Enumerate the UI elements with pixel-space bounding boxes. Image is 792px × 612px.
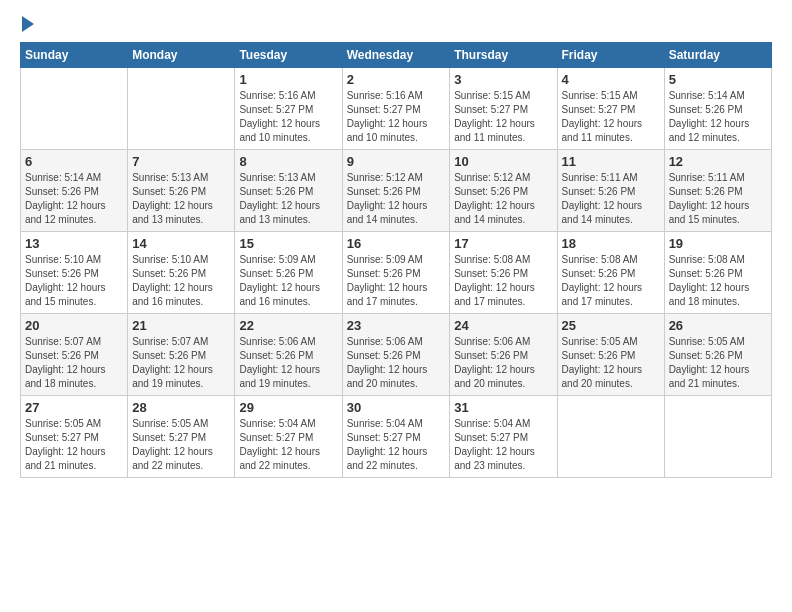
calendar-cell: 18Sunrise: 5:08 AM Sunset: 5:26 PM Dayli… (557, 232, 664, 314)
weekday-header-monday: Monday (128, 43, 235, 68)
day-number: 8 (239, 154, 337, 169)
day-number: 11 (562, 154, 660, 169)
day-info: Sunrise: 5:05 AM Sunset: 5:26 PM Dayligh… (669, 335, 767, 391)
calendar-cell (21, 68, 128, 150)
day-number: 29 (239, 400, 337, 415)
day-number: 1 (239, 72, 337, 87)
day-info: Sunrise: 5:04 AM Sunset: 5:27 PM Dayligh… (239, 417, 337, 473)
calendar-cell: 12Sunrise: 5:11 AM Sunset: 5:26 PM Dayli… (664, 150, 771, 232)
calendar-week-row: 20Sunrise: 5:07 AM Sunset: 5:26 PM Dayli… (21, 314, 772, 396)
day-number: 17 (454, 236, 552, 251)
day-number: 31 (454, 400, 552, 415)
weekday-header-tuesday: Tuesday (235, 43, 342, 68)
day-info: Sunrise: 5:15 AM Sunset: 5:27 PM Dayligh… (562, 89, 660, 145)
day-info: Sunrise: 5:10 AM Sunset: 5:26 PM Dayligh… (132, 253, 230, 309)
day-info: Sunrise: 5:05 AM Sunset: 5:27 PM Dayligh… (25, 417, 123, 473)
day-info: Sunrise: 5:04 AM Sunset: 5:27 PM Dayligh… (454, 417, 552, 473)
day-number: 13 (25, 236, 123, 251)
day-number: 6 (25, 154, 123, 169)
calendar-table: SundayMondayTuesdayWednesdayThursdayFrid… (20, 42, 772, 478)
day-number: 21 (132, 318, 230, 333)
calendar-cell: 23Sunrise: 5:06 AM Sunset: 5:26 PM Dayli… (342, 314, 450, 396)
day-info: Sunrise: 5:09 AM Sunset: 5:26 PM Dayligh… (239, 253, 337, 309)
calendar-week-row: 6Sunrise: 5:14 AM Sunset: 5:26 PM Daylig… (21, 150, 772, 232)
day-number: 4 (562, 72, 660, 87)
day-number: 19 (669, 236, 767, 251)
day-info: Sunrise: 5:07 AM Sunset: 5:26 PM Dayligh… (25, 335, 123, 391)
day-info: Sunrise: 5:12 AM Sunset: 5:26 PM Dayligh… (347, 171, 446, 227)
calendar-cell: 7Sunrise: 5:13 AM Sunset: 5:26 PM Daylig… (128, 150, 235, 232)
calendar-cell: 24Sunrise: 5:06 AM Sunset: 5:26 PM Dayli… (450, 314, 557, 396)
day-number: 18 (562, 236, 660, 251)
day-number: 20 (25, 318, 123, 333)
day-info: Sunrise: 5:06 AM Sunset: 5:26 PM Dayligh… (239, 335, 337, 391)
calendar-cell: 28Sunrise: 5:05 AM Sunset: 5:27 PM Dayli… (128, 396, 235, 478)
day-info: Sunrise: 5:13 AM Sunset: 5:26 PM Dayligh… (132, 171, 230, 227)
calendar-cell: 20Sunrise: 5:07 AM Sunset: 5:26 PM Dayli… (21, 314, 128, 396)
logo (20, 20, 34, 32)
day-number: 14 (132, 236, 230, 251)
calendar-week-row: 1Sunrise: 5:16 AM Sunset: 5:27 PM Daylig… (21, 68, 772, 150)
day-number: 15 (239, 236, 337, 251)
day-number: 16 (347, 236, 446, 251)
day-number: 7 (132, 154, 230, 169)
weekday-header-row: SundayMondayTuesdayWednesdayThursdayFrid… (21, 43, 772, 68)
day-number: 28 (132, 400, 230, 415)
weekday-header-thursday: Thursday (450, 43, 557, 68)
calendar-cell: 29Sunrise: 5:04 AM Sunset: 5:27 PM Dayli… (235, 396, 342, 478)
day-info: Sunrise: 5:08 AM Sunset: 5:26 PM Dayligh… (454, 253, 552, 309)
day-number: 2 (347, 72, 446, 87)
day-number: 22 (239, 318, 337, 333)
day-number: 10 (454, 154, 552, 169)
day-number: 3 (454, 72, 552, 87)
calendar-cell: 26Sunrise: 5:05 AM Sunset: 5:26 PM Dayli… (664, 314, 771, 396)
calendar-cell: 2Sunrise: 5:16 AM Sunset: 5:27 PM Daylig… (342, 68, 450, 150)
calendar-cell: 17Sunrise: 5:08 AM Sunset: 5:26 PM Dayli… (450, 232, 557, 314)
day-info: Sunrise: 5:14 AM Sunset: 5:26 PM Dayligh… (669, 89, 767, 145)
calendar-cell: 6Sunrise: 5:14 AM Sunset: 5:26 PM Daylig… (21, 150, 128, 232)
calendar-week-row: 27Sunrise: 5:05 AM Sunset: 5:27 PM Dayli… (21, 396, 772, 478)
calendar-cell: 9Sunrise: 5:12 AM Sunset: 5:26 PM Daylig… (342, 150, 450, 232)
calendar-cell: 25Sunrise: 5:05 AM Sunset: 5:26 PM Dayli… (557, 314, 664, 396)
calendar-cell: 21Sunrise: 5:07 AM Sunset: 5:26 PM Dayli… (128, 314, 235, 396)
day-info: Sunrise: 5:08 AM Sunset: 5:26 PM Dayligh… (562, 253, 660, 309)
day-info: Sunrise: 5:06 AM Sunset: 5:26 PM Dayligh… (454, 335, 552, 391)
weekday-header-sunday: Sunday (21, 43, 128, 68)
calendar-cell (128, 68, 235, 150)
calendar-cell: 11Sunrise: 5:11 AM Sunset: 5:26 PM Dayli… (557, 150, 664, 232)
weekday-header-saturday: Saturday (664, 43, 771, 68)
day-info: Sunrise: 5:09 AM Sunset: 5:26 PM Dayligh… (347, 253, 446, 309)
calendar-week-row: 13Sunrise: 5:10 AM Sunset: 5:26 PM Dayli… (21, 232, 772, 314)
calendar-cell: 31Sunrise: 5:04 AM Sunset: 5:27 PM Dayli… (450, 396, 557, 478)
day-info: Sunrise: 5:06 AM Sunset: 5:26 PM Dayligh… (347, 335, 446, 391)
page-header (20, 20, 772, 32)
calendar-cell (557, 396, 664, 478)
calendar-cell: 1Sunrise: 5:16 AM Sunset: 5:27 PM Daylig… (235, 68, 342, 150)
calendar-cell: 19Sunrise: 5:08 AM Sunset: 5:26 PM Dayli… (664, 232, 771, 314)
day-number: 30 (347, 400, 446, 415)
calendar-cell: 15Sunrise: 5:09 AM Sunset: 5:26 PM Dayli… (235, 232, 342, 314)
calendar-cell: 3Sunrise: 5:15 AM Sunset: 5:27 PM Daylig… (450, 68, 557, 150)
calendar-cell: 16Sunrise: 5:09 AM Sunset: 5:26 PM Dayli… (342, 232, 450, 314)
day-info: Sunrise: 5:15 AM Sunset: 5:27 PM Dayligh… (454, 89, 552, 145)
calendar-cell: 14Sunrise: 5:10 AM Sunset: 5:26 PM Dayli… (128, 232, 235, 314)
calendar-cell: 4Sunrise: 5:15 AM Sunset: 5:27 PM Daylig… (557, 68, 664, 150)
day-number: 9 (347, 154, 446, 169)
day-info: Sunrise: 5:10 AM Sunset: 5:26 PM Dayligh… (25, 253, 123, 309)
day-info: Sunrise: 5:11 AM Sunset: 5:26 PM Dayligh… (669, 171, 767, 227)
day-number: 12 (669, 154, 767, 169)
day-info: Sunrise: 5:05 AM Sunset: 5:26 PM Dayligh… (562, 335, 660, 391)
day-number: 26 (669, 318, 767, 333)
weekday-header-friday: Friday (557, 43, 664, 68)
logo-arrow-icon (22, 16, 34, 32)
day-info: Sunrise: 5:16 AM Sunset: 5:27 PM Dayligh… (239, 89, 337, 145)
day-info: Sunrise: 5:16 AM Sunset: 5:27 PM Dayligh… (347, 89, 446, 145)
day-number: 27 (25, 400, 123, 415)
calendar-cell (664, 396, 771, 478)
weekday-header-wednesday: Wednesday (342, 43, 450, 68)
day-info: Sunrise: 5:11 AM Sunset: 5:26 PM Dayligh… (562, 171, 660, 227)
day-info: Sunrise: 5:04 AM Sunset: 5:27 PM Dayligh… (347, 417, 446, 473)
calendar-cell: 8Sunrise: 5:13 AM Sunset: 5:26 PM Daylig… (235, 150, 342, 232)
day-info: Sunrise: 5:14 AM Sunset: 5:26 PM Dayligh… (25, 171, 123, 227)
day-info: Sunrise: 5:12 AM Sunset: 5:26 PM Dayligh… (454, 171, 552, 227)
